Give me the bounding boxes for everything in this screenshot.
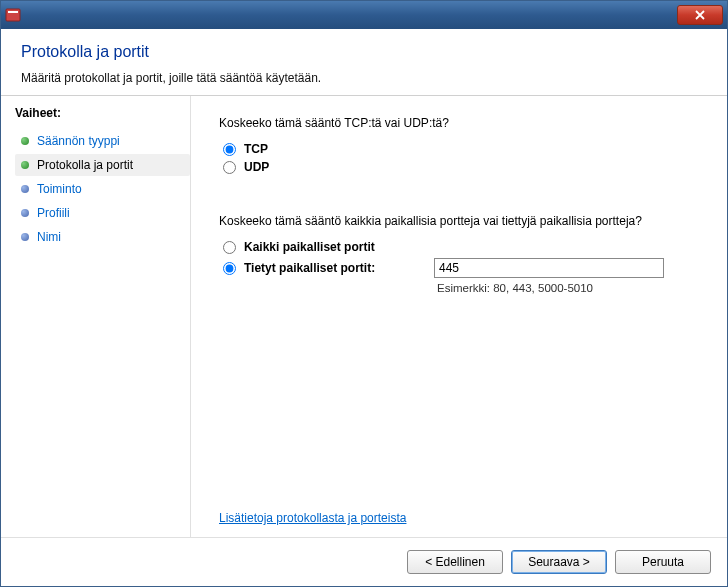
titlebar — [1, 1, 727, 29]
wizard-footer: < Edellinen Seuraava > Peruuta — [1, 537, 727, 585]
ports-question: Koskeeko tämä sääntö kaikkia paikallisia… — [219, 214, 703, 228]
radio-specific-ports-label: Tietyt paikalliset portit: — [244, 261, 434, 275]
step-bullet-icon — [21, 185, 29, 193]
app-icon — [5, 7, 21, 23]
radio-all-ports-label: Kaikki paikalliset portit — [244, 240, 375, 254]
next-button[interactable]: Seuraava > — [511, 550, 607, 574]
step-bullet-icon — [21, 233, 29, 241]
radio-specific-ports[interactable] — [223, 262, 236, 275]
step-label: Säännön tyyppi — [37, 134, 120, 148]
step-bullet-icon — [21, 137, 29, 145]
page-subtitle: Määritä protokollat ja portit, joille tä… — [21, 71, 707, 85]
protocol-tcp-row[interactable]: TCP — [223, 142, 703, 156]
radio-all-ports[interactable] — [223, 241, 236, 254]
more-info-link[interactable]: Lisätietoja protokollasta ja porteista — [219, 511, 406, 525]
close-button[interactable] — [677, 5, 723, 25]
step-profile[interactable]: Profiili — [15, 202, 190, 224]
back-button[interactable]: < Edellinen — [407, 550, 503, 574]
radio-tcp-label: TCP — [244, 142, 268, 156]
step-bullet-icon — [21, 161, 29, 169]
wizard-steps-sidebar: Vaiheet: Säännön tyyppi Protokolla ja po… — [1, 96, 191, 537]
protocol-udp-row[interactable]: UDP — [223, 160, 703, 174]
radio-udp[interactable] — [223, 161, 236, 174]
ports-all-row[interactable]: Kaikki paikalliset portit — [223, 240, 703, 254]
page-title: Protokolla ja portit — [21, 43, 707, 61]
radio-tcp[interactable] — [223, 143, 236, 156]
step-action[interactable]: Toiminto — [15, 178, 190, 200]
protocol-question: Koskeeko tämä sääntö TCP:tä vai UDP:tä? — [219, 116, 703, 130]
svg-rect-1 — [8, 11, 18, 13]
ports-specific-row[interactable]: Tietyt paikalliset portit: — [223, 258, 703, 278]
step-label: Profiili — [37, 206, 70, 220]
step-bullet-icon — [21, 209, 29, 217]
port-example-text: Esimerkki: 80, 443, 5000-5010 — [437, 282, 703, 294]
step-label: Toiminto — [37, 182, 82, 196]
cancel-button[interactable]: Peruuta — [615, 550, 711, 574]
step-rule-type[interactable]: Säännön tyyppi — [15, 130, 190, 152]
wizard-content: Koskeeko tämä sääntö TCP:tä vai UDP:tä? … — [191, 96, 727, 537]
radio-udp-label: UDP — [244, 160, 269, 174]
close-icon — [695, 10, 705, 20]
step-name[interactable]: Nimi — [15, 226, 190, 248]
svg-rect-0 — [6, 9, 20, 21]
port-input[interactable] — [434, 258, 664, 278]
step-label: Protokolla ja portit — [37, 158, 133, 172]
step-protocol-ports: Protokolla ja portit — [15, 154, 190, 176]
steps-heading: Vaiheet: — [15, 106, 190, 120]
step-label: Nimi — [37, 230, 61, 244]
wizard-header: Protokolla ja portit Määritä protokollat… — [1, 29, 727, 96]
